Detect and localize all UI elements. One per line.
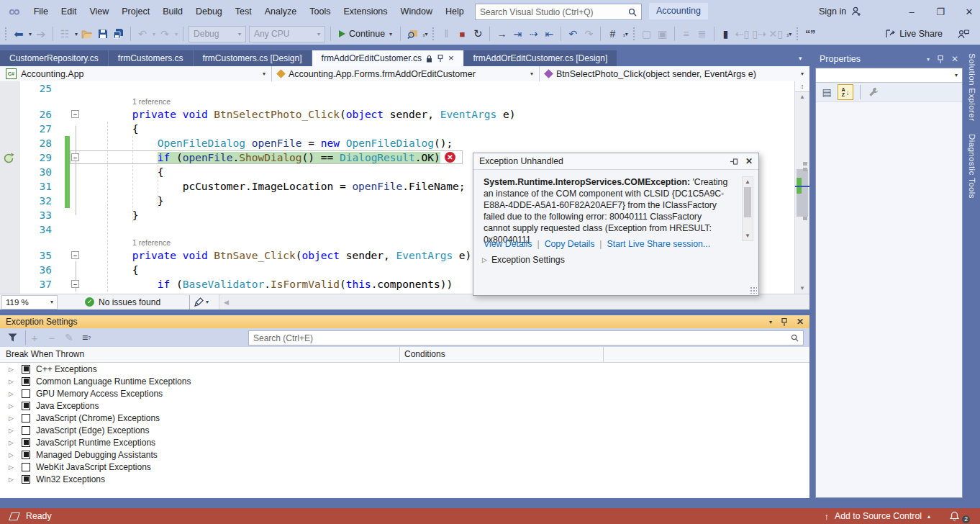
remove-exception-button[interactable]: − [45, 330, 58, 345]
filter-icon[interactable] [6, 330, 19, 345]
save-button[interactable] [96, 26, 109, 42]
expander-triangle-icon[interactable]: ▷ [9, 378, 16, 385]
new-project-dropdown[interactable]: ▾ [75, 31, 78, 37]
exception-settings-header[interactable]: Exception Settings ▾ ✕ [0, 315, 809, 328]
solution-name-button[interactable]: Accounting [649, 3, 708, 19]
editor-vertical-scrollbar[interactable]: ↕ ▲ ▼ [794, 81, 809, 294]
add-to-source-control-button[interactable]: Add to Source Control [835, 511, 922, 521]
navigate-backward-button[interactable]: ⬅︎ [12, 26, 25, 42]
step-out-button[interactable]: ⇤ [543, 26, 555, 42]
menu-project[interactable]: Project [115, 1, 156, 22]
redo-dropdown[interactable]: ▾ [175, 31, 178, 37]
menu-tools[interactable]: Tools [303, 1, 337, 22]
exception-category-row[interactable]: ▷GPU Memory Access Exceptions [0, 387, 809, 399]
restore-defaults-icon[interactable]: ≡? [80, 330, 93, 345]
navigate-backward-dropdown[interactable]: ▾ [29, 31, 32, 37]
break-when-thrown-checkbox[interactable] [22, 463, 30, 471]
previous-bookmark-button[interactable]: ⇠▯ [735, 26, 749, 42]
open-file-icon[interactable] [81, 26, 94, 42]
tab-diagnostic-tools[interactable]: Diagnostic Tools [968, 134, 976, 199]
break-when-thrown-checkbox[interactable] [22, 402, 30, 410]
expander-triangle-icon[interactable]: ▷ [9, 464, 16, 471]
outlining-collapse-box[interactable]: − [71, 280, 79, 288]
window-position-dropdown[interactable]: ▾ [769, 319, 772, 325]
property-pages-icon[interactable] [867, 84, 880, 100]
menu-window[interactable]: Window [394, 1, 439, 22]
code-cleanup-icon[interactable] [192, 294, 205, 310]
undo-button[interactable]: ↶ [136, 26, 149, 42]
pause-button[interactable]: ‖ [440, 26, 453, 42]
solution-platforms-dropdown[interactable]: Any CPU▾ [249, 26, 325, 42]
toggle-bookmark-button[interactable]: ▮ [720, 26, 732, 42]
expander-triangle-icon[interactable]: ▷ [9, 415, 16, 422]
continue-dropdown[interactable]: ▾ [389, 31, 392, 37]
scroll-down-arrow[interactable]: ▼ [795, 285, 809, 292]
exception-category-row[interactable]: ▷Common Language Runtime Exceptions [0, 375, 809, 387]
column-break-when-thrown[interactable]: Break When Thrown [6, 349, 84, 359]
exception-settings-expander[interactable]: ▷ Exception Settings [482, 255, 565, 265]
editor-zoom-dropdown[interactable]: 119 %▾ [1, 295, 58, 310]
solution-configurations-dropdown[interactable]: Debug▾ [189, 26, 246, 42]
menu-build[interactable]: Build [156, 1, 189, 22]
restart-button[interactable]: ↻ [471, 26, 484, 42]
exception-category-row[interactable]: ▷WebKit JavaScript Exceptions [0, 461, 809, 473]
toolbar-grip[interactable] [4, 27, 8, 41]
menu-edit[interactable]: Edit [55, 1, 83, 22]
pin-icon[interactable] [437, 55, 444, 62]
expander-triangle-icon[interactable]: ▷ [9, 451, 16, 458]
exception-search-box[interactable]: Search (Ctrl+E) [248, 330, 804, 345]
scroll-up-arrow[interactable]: ▲ [743, 179, 753, 185]
scroll-up-arrow[interactable]: ▲ [795, 94, 809, 100]
close-icon[interactable]: ✕ [951, 54, 958, 64]
text-editor-overflow-dropdown[interactable]: ₃▾ [786, 31, 791, 37]
code-line[interactable]: 27 { [0, 122, 795, 136]
sign-in-button[interactable]: Sign in [819, 0, 862, 23]
minimize-button[interactable]: – [907, 6, 917, 17]
new-project-button[interactable]: ☷ [58, 26, 71, 42]
immediate-window-button[interactable]: ▢ [640, 26, 653, 42]
outlining-collapse-box[interactable]: − [71, 153, 79, 161]
project-dropdown[interactable]: C# Accounting.App ▾ [0, 66, 272, 81]
show-next-statement-button[interactable]: → [495, 26, 508, 42]
properties-title-bar[interactable]: Properties ▾ ✕ [815, 50, 963, 68]
exception-error-icon[interactable]: ✕ [445, 152, 455, 163]
editor-splitter-handle[interactable]: ↕ [795, 81, 809, 92]
exception-category-row[interactable]: ▷Win32 Exceptions [0, 473, 809, 485]
menu-file[interactable]: File [27, 1, 55, 22]
notification-count-badge[interactable]: 2 [962, 515, 970, 523]
break-when-thrown-checkbox[interactable] [22, 475, 30, 484]
menu-analyze[interactable]: Analyze [258, 1, 303, 22]
toggle-comment-button[interactable]: “” [804, 26, 817, 42]
menu-view[interactable]: View [83, 1, 115, 22]
exception-category-row[interactable]: ▷JavaScript (Edge) Exceptions [0, 424, 809, 436]
redo-button[interactable]: ↷ [158, 26, 171, 42]
code-line[interactable]: 25 [0, 81, 795, 96]
next-bookmark-button[interactable]: ▯⇢ [752, 26, 766, 42]
pin-icon[interactable] [730, 158, 738, 166]
expander-triangle-icon[interactable]: ▷ [9, 366, 16, 373]
break-when-thrown-checkbox[interactable] [22, 414, 30, 423]
save-all-button[interactable] [112, 26, 125, 42]
exception-category-row[interactable]: ▷JavaScript Runtime Exceptions [0, 436, 809, 448]
exception-category-row[interactable]: ▷JavaScript (Chrome) Exceptions [0, 412, 809, 424]
continue-button[interactable]: Continue ▾ [336, 29, 395, 39]
decrease-indent-button[interactable]: ≡ [680, 26, 693, 42]
menu-help[interactable]: Help [439, 1, 471, 22]
menu-debug[interactable]: Debug [189, 1, 229, 22]
live-share-button[interactable]: Live Share [885, 29, 943, 39]
notifications-bell-icon[interactable] [949, 511, 960, 522]
codelens-references[interactable]: 1 reference [132, 97, 171, 106]
debug-overflow-dropdown[interactable]: ₃▾ [622, 31, 627, 37]
document-tab[interactable]: frmAddOrEditCustomer.cs× [312, 50, 463, 66]
tab-solution-explorer[interactable]: Solution Explorer [968, 53, 976, 121]
document-tab[interactable]: frmCustomers.cs [109, 50, 193, 66]
exception-category-row[interactable]: ▷C++ Exceptions [0, 363, 809, 375]
scrollbar-thumb[interactable] [744, 187, 751, 217]
edit-conditions-button[interactable]: ✎ [63, 330, 76, 345]
toolbar-overflow-dropdown[interactable]: ₃▾ [422, 31, 427, 37]
redo-nav-button[interactable]: ↷ [582, 26, 595, 42]
alphabetical-sort-button[interactable]: AZ↓ [838, 84, 853, 100]
menu-extensions[interactable]: Extensions [337, 1, 394, 22]
add-exception-button[interactable]: + [28, 330, 41, 345]
column-conditions[interactable]: Conditions [404, 349, 445, 359]
